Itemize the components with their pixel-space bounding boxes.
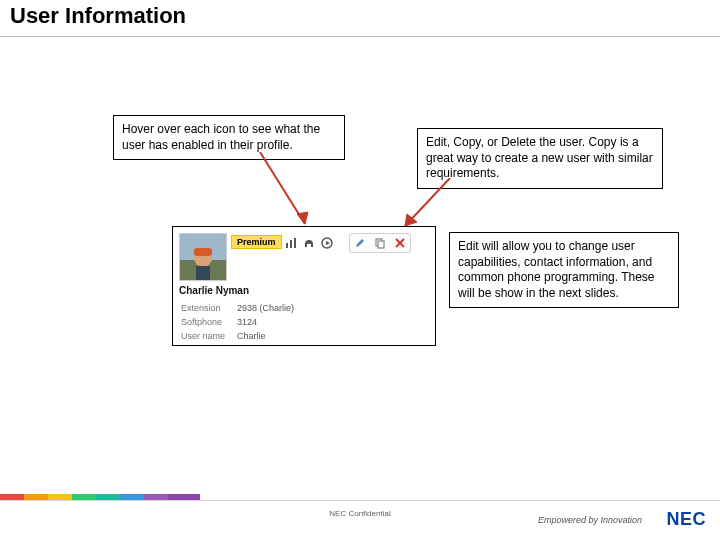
capability-icon-row <box>285 233 411 253</box>
headset-icon[interactable] <box>303 237 315 249</box>
username-label: User name <box>181 331 235 343</box>
svg-rect-8 <box>196 266 210 280</box>
table-row: Extension 2938 (Charlie) <box>181 303 304 315</box>
action-button-group <box>349 233 411 253</box>
play-icon[interactable] <box>321 237 333 249</box>
edit-button[interactable] <box>352 236 368 250</box>
arrow-hover-to-icons <box>250 152 320 237</box>
user-display-name: Charlie Nyman <box>179 285 249 296</box>
callout-edit: Edit will allow you to change user capab… <box>449 232 679 308</box>
softphone-label: Softphone <box>181 317 235 329</box>
svg-rect-15 <box>378 241 384 248</box>
page-title: User Information <box>10 3 186 29</box>
svg-marker-13 <box>326 241 330 245</box>
user-info-table: Extension 2938 (Charlie) Softphone 3124 … <box>179 301 306 345</box>
premium-badge: Premium <box>231 235 282 249</box>
title-divider <box>0 36 720 37</box>
svg-rect-7 <box>194 248 212 256</box>
stats-icon[interactable] <box>285 237 297 249</box>
svg-rect-11 <box>294 238 296 248</box>
extension-value: 2938 (Charlie) <box>237 303 304 315</box>
table-row: User name Charlie <box>181 331 304 343</box>
nec-logo: NEC <box>666 509 706 530</box>
table-row: Softphone 3124 <box>181 317 304 329</box>
delete-button[interactable] <box>392 236 408 250</box>
footer-tagline: Empowered by Innovation <box>538 515 642 525</box>
username-value: Charlie <box>237 331 304 343</box>
user-card: Premium Charlie Nyman Extension 2938 ( <box>172 226 436 346</box>
footer-confidential: NEC Confidential <box>329 509 390 518</box>
svg-rect-9 <box>286 243 288 248</box>
extension-label: Extension <box>181 303 235 315</box>
avatar <box>179 233 227 281</box>
footer-divider <box>0 500 720 501</box>
copy-button[interactable] <box>372 236 388 250</box>
softphone-value: 3124 <box>237 317 304 329</box>
svg-line-0 <box>260 152 305 224</box>
svg-marker-1 <box>297 212 308 224</box>
svg-rect-10 <box>290 240 292 248</box>
